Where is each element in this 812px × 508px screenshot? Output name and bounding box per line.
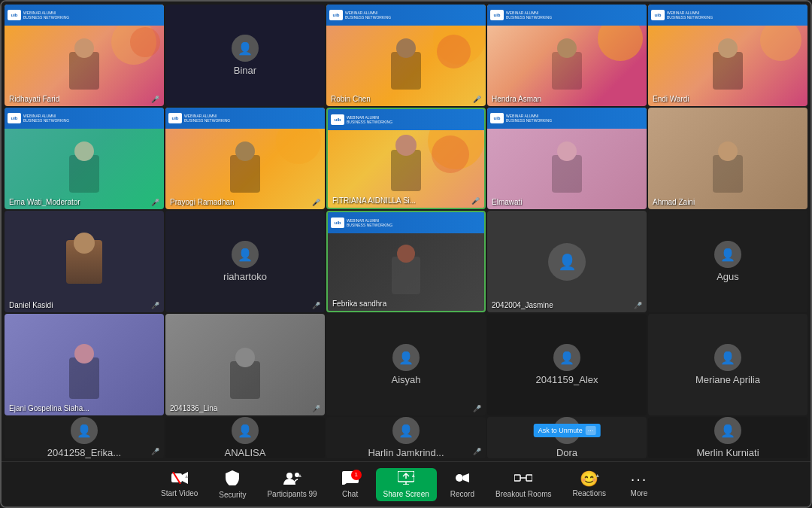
participant-name: Binar: [234, 65, 256, 76]
mute-icon: 🎤: [473, 448, 481, 455]
participant-cell[interactable]: Daniel Kasidi 🎤: [5, 211, 164, 312]
uib-logo: uib: [329, 10, 343, 20]
participant-name: Elmawati: [492, 198, 523, 206]
uib-logo: uib: [168, 113, 182, 123]
participant-name: Erna Wati_Moderator: [9, 198, 80, 206]
breakout-rooms-label: Breakout Rooms: [495, 490, 551, 498]
chevron-up-icon: ▲: [411, 473, 416, 478]
participant-name: Hendra Asman: [492, 95, 541, 103]
security-button[interactable]: Security: [211, 467, 253, 502]
participant-name: Dora: [556, 447, 577, 458]
shield-icon: [226, 473, 239, 488]
participants-button[interactable]: ▲ Participants 99: [259, 468, 324, 501]
mute-icon: 🎤: [473, 405, 481, 412]
uib-logo: uib: [8, 113, 21, 123]
participant-cell[interactable]: 👤 2041258_Erika... 🎤: [5, 417, 164, 458]
breakout-rooms-button[interactable]: Breakout Rooms: [488, 468, 559, 501]
mute-icon: 🎤: [634, 302, 642, 309]
chevron-up-icon: ▲: [184, 473, 189, 479]
participant-name: Agus: [717, 271, 739, 282]
participant-cell[interactable]: 👤 riahartoko 🎤: [165, 211, 325, 312]
participant-name: Prayogi Ramadhan: [170, 198, 235, 206]
share-screen-label: Share Screen: [383, 490, 429, 498]
uib-logo: uib: [8, 10, 21, 20]
participant-cell[interactable]: 👤 Merlin Kurniati: [648, 417, 807, 458]
avatar: 👤: [714, 417, 741, 444]
reactions-label: Reactions: [573, 489, 606, 497]
participant-name: Endi Wardi: [653, 95, 689, 103]
mute-icon: 🎤: [312, 199, 320, 206]
breakout-rooms-icon: [514, 473, 532, 488]
share-screen-button[interactable]: ▲ Share Screen: [376, 468, 437, 501]
chevron-up-icon: ▲: [298, 473, 303, 478]
svg-rect-7: [514, 475, 520, 481]
participant-cell[interactable]: uib WEBINAR ALUMNIBUSINESS NETWORKING Ro…: [326, 5, 486, 106]
participant-name: Daniel Kasidi: [9, 301, 53, 309]
more-button[interactable]: ··· More: [620, 468, 659, 500]
mute-icon: 🎤: [151, 448, 159, 455]
participant-name: Ahmad Zaini: [653, 198, 695, 206]
chat-badge: 1: [351, 470, 362, 480]
participant-cell[interactable]: Ahmad Zaini: [648, 108, 807, 209]
start-video-label: Start Video: [161, 489, 198, 497]
avatar: 👤: [232, 35, 259, 62]
zoom-window: uib WEBINAR ALUMNIBUSINESS NETWORKING Ri…: [0, 0, 812, 508]
participant-name: Merlin Kurniati: [696, 447, 759, 458]
participant-cell[interactable]: uib WEBINAR ALUMNIBUSINESS NETWORKING Er…: [5, 108, 164, 209]
mute-icon: 🎤: [473, 96, 481, 103]
mute-icon: 🎤: [151, 96, 159, 103]
participant-name: ANALISA: [225, 447, 266, 458]
participant-cell[interactable]: uib WEBINAR ALUMNIBUSINESS NETWORKING FI…: [326, 108, 486, 209]
avatar: 👤: [71, 417, 98, 444]
participant-cell[interactable]: 👤 Binar: [165, 5, 325, 106]
participant-cell[interactable]: uib WEBINAR ALUMNIBUSINESS NETWORKING El…: [487, 108, 647, 209]
participant-name: 2041258_Erika...: [47, 447, 121, 458]
participant-cell[interactable]: 2041336_Lina 🎤: [165, 314, 325, 415]
participant-cell[interactable]: 👤 Dora Ask to Unmute ···: [487, 417, 647, 458]
svg-point-6: [456, 474, 463, 482]
more-options-icon[interactable]: ···: [586, 426, 596, 435]
uib-logo: uib: [331, 114, 344, 125]
participants-label: Participants 99: [267, 490, 317, 498]
participant-cell[interactable]: 👤 Harlin Jamkrind... 🎤: [326, 417, 486, 458]
participant-cell[interactable]: Ejani Gospelina Siaha...: [5, 314, 164, 415]
uib-logo: uib: [331, 217, 344, 228]
participant-name: FITRIANA AIDNILLA Si...: [332, 196, 416, 205]
uib-logo: uib: [490, 10, 504, 20]
participant-name: Meriane Aprilia: [695, 374, 760, 385]
avatar: 👤: [553, 344, 580, 371]
avatar: 👤: [232, 241, 259, 268]
participant-name: Febrika sandhra: [332, 300, 386, 308]
participant-cell[interactable]: 👤 2042004_Jasmine 🎤: [487, 211, 647, 312]
participant-cell[interactable]: 👤 Meriane Aprilia: [648, 314, 807, 415]
record-icon: [454, 473, 471, 488]
chat-label: Chat: [342, 490, 358, 498]
more-label: More: [631, 489, 648, 497]
record-label: Record: [450, 490, 474, 498]
mute-icon: 🎤: [471, 197, 480, 205]
participant-cell[interactable]: uib WEBINAR ALUMNIBUSINESS NETWORKING Pr…: [165, 108, 325, 209]
reactions-button[interactable]: 😊 ▲ Reactions: [565, 468, 614, 500]
participant-cell[interactable]: uib WEBINAR ALUMNIBUSINESS NETWORKING Ri…: [5, 5, 164, 106]
mute-icon: 🎤: [151, 199, 159, 206]
chat-button[interactable]: 1 Chat: [331, 468, 370, 501]
uib-logo: uib: [490, 113, 504, 123]
avatar: 👤: [392, 417, 420, 444]
participant-cell[interactable]: 👤 Agus: [648, 211, 807, 312]
participant-cell[interactable]: uib WEBINAR ALUMNIBUSINESS NETWORKING Fe…: [326, 211, 486, 312]
uib-logo: uib: [651, 10, 665, 20]
participant-cell[interactable]: uib WEBINAR ALUMNIBUSINESS NETWORKING En…: [648, 5, 807, 106]
participant-cell[interactable]: 👤 Aisyah 🎤: [326, 314, 486, 415]
ask-to-unmute-badge[interactable]: Ask to Unmute ···: [534, 424, 601, 437]
avatar: 👤: [714, 344, 741, 371]
participant-cell[interactable]: 👤 ANALISA: [165, 417, 325, 458]
participant-name: 2041336_Lina: [170, 404, 217, 412]
participant-name: 2041159_Alex: [535, 374, 598, 385]
participant-name: Aisyah: [391, 374, 420, 385]
svg-point-3: [286, 473, 292, 479]
participant-cell[interactable]: uib WEBINAR ALUMNIBUSINESS NETWORKING He…: [487, 5, 647, 106]
start-video-button[interactable]: ▲ Start Video: [153, 469, 205, 500]
participant-name: 2042004_Jasmine: [492, 301, 553, 309]
record-button[interactable]: Record: [443, 468, 482, 501]
participant-cell[interactable]: 👤 2041159_Alex: [487, 314, 647, 415]
